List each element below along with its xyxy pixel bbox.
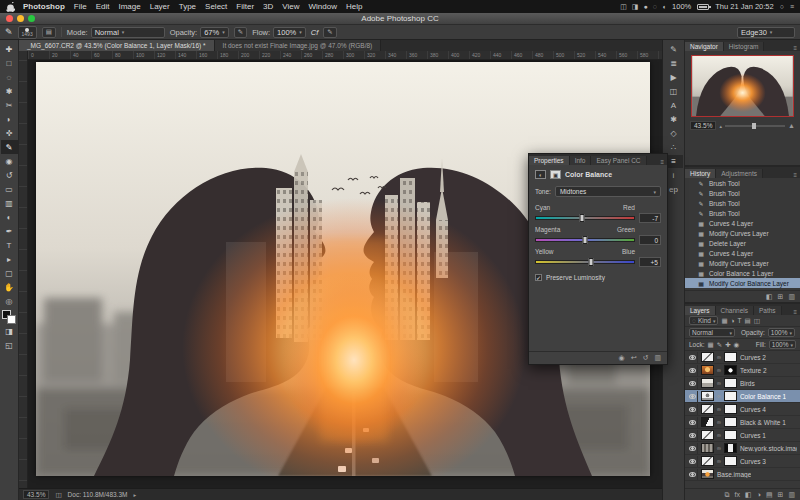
pressure-size-button[interactable]: ✎	[323, 27, 336, 38]
zoom-in-icon[interactable]: ▲	[788, 122, 795, 129]
menu-item-type[interactable]: Type	[179, 2, 196, 11]
color-swatches[interactable]	[2, 310, 16, 324]
layer-thumbnail[interactable]	[701, 456, 714, 466]
layer-thumbnail[interactable]	[701, 378, 714, 388]
layer-row[interactable]: ∞Black & White 1	[685, 416, 800, 429]
tab-info[interactable]: Info	[570, 156, 592, 165]
move-tool[interactable]: ✚	[1, 42, 18, 56]
dodge-tool[interactable]: ◐	[1, 210, 18, 224]
menu-item-help[interactable]: Help	[346, 2, 362, 11]
actions-icon[interactable]: ▶	[665, 71, 683, 84]
lock-icon[interactable]: ◉	[734, 341, 740, 349]
magic-wand-tool[interactable]: ✱	[1, 84, 18, 98]
layer-row[interactable]: ∞Curves 2	[685, 351, 800, 364]
history-footer-icon[interactable]: ◧	[766, 293, 773, 301]
path-select-tool[interactable]: ▸	[1, 252, 18, 266]
color-balance-slider[interactable]	[535, 216, 635, 220]
layers-footer-icon[interactable]: fx	[735, 491, 740, 498]
menubar-status-icon[interactable]: ◨	[632, 3, 639, 11]
layer-filter-icon[interactable]: T	[738, 317, 742, 325]
ruler-origin[interactable]	[19, 51, 28, 60]
crop-tool[interactable]: ✂	[1, 98, 18, 112]
history-item[interactable]: ✎Brush Tool	[685, 198, 800, 208]
menubar-status-icon[interactable]: ◌	[653, 3, 657, 11]
layer-thumbnail[interactable]	[701, 352, 714, 362]
opacity-input[interactable]: 67% ▾	[200, 27, 229, 38]
layer-mask-thumbnail[interactable]	[724, 430, 737, 440]
layers-footer-icon[interactable]: ▥	[788, 491, 795, 499]
history-item[interactable]: ▦Curves 4 Layer	[685, 218, 800, 228]
tab-adjustments[interactable]: Adjustments	[716, 169, 763, 178]
workspace-select[interactable]: Edge30 ▾	[737, 27, 795, 38]
properties-footer-icon[interactable]: ↺	[643, 354, 649, 362]
layer-row[interactable]: ∞Birds	[685, 377, 800, 390]
zoom-tool[interactable]: ◎	[1, 294, 18, 308]
layer-filter-icon[interactable]: ◫	[754, 317, 760, 325]
history-footer-icon[interactable]: ▥	[788, 293, 795, 301]
healing-brush-tool[interactable]: ✜	[1, 126, 18, 140]
type-tool[interactable]: T	[1, 238, 18, 252]
layer-row[interactable]: Base.image	[685, 468, 800, 481]
layer-thumbnail[interactable]	[701, 404, 714, 414]
layers-footer-icon[interactable]: ⧉	[725, 491, 730, 499]
screen-mode-button[interactable]: ◱	[1, 338, 18, 352]
layer-row[interactable]: ∞Color Balance 1	[685, 390, 800, 403]
layer-mask-thumbnail[interactable]	[724, 378, 737, 388]
layer-thumbnail[interactable]	[701, 469, 714, 479]
menu-item-window[interactable]: Window	[309, 2, 337, 11]
tab-channels[interactable]: Channels	[716, 306, 754, 315]
layer-thumbnail[interactable]	[701, 430, 714, 440]
properties-footer-icon[interactable]: ◉	[619, 354, 625, 362]
slider-value-input[interactable]: +5	[639, 257, 661, 267]
history-item[interactable]: ▦Delete Layer	[685, 238, 800, 248]
tab-navigator[interactable]: Navigator	[685, 42, 724, 51]
pressure-opacity-button[interactable]: ✎	[234, 27, 247, 38]
brush-tool[interactable]: ✎	[1, 140, 18, 154]
layer-opacity-input[interactable]: 100% ▾	[768, 328, 795, 337]
color-balance-slider[interactable]	[535, 238, 635, 242]
character-icon[interactable]: A	[665, 99, 683, 112]
marquee-tool[interactable]: □	[1, 56, 18, 70]
menu-item-file[interactable]: File	[74, 2, 87, 11]
layer-mask-thumbnail[interactable]	[724, 391, 737, 401]
menubar-status-icon[interactable]: ●	[643, 3, 647, 11]
menu-item-view[interactable]: View	[282, 2, 299, 11]
spotlight-search-icon[interactable]: ○	[780, 3, 784, 10]
tool-presets-icon[interactable]: ≣	[665, 57, 683, 70]
menu-item-photoshop[interactable]: Photoshop	[23, 2, 65, 11]
background-color-swatch[interactable]	[7, 315, 16, 324]
layer-thumbnail[interactable]	[701, 443, 714, 453]
blend-mode-select[interactable]: Normal ▾	[91, 27, 165, 38]
mask-properties-icon[interactable]: ◐	[535, 170, 546, 179]
menubar-status-icon[interactable]: ◖	[662, 3, 666, 11]
menu-item-edit[interactable]: Edit	[96, 2, 110, 11]
eyedropper-tool[interactable]: ◗	[1, 112, 18, 126]
preserve-luminosity-checkbox[interactable]: ✓	[535, 274, 542, 281]
properties-footer-icon[interactable]: ↩	[631, 354, 637, 362]
layer-thumbnail[interactable]	[701, 417, 714, 427]
history-item[interactable]: ▦Color Balance 1 Layer	[685, 268, 800, 278]
doc-tab[interactable]: _MG_6607.CR2 @ 43.5% (Color Balance 1, L…	[19, 40, 215, 51]
brush-presets-icon[interactable]: ✎	[665, 43, 683, 56]
apple-logo-icon[interactable]	[6, 2, 15, 11]
tab-histogram[interactable]: Histogram	[724, 42, 765, 51]
layer-row[interactable]: ∞Curves 3	[685, 455, 800, 468]
hand-tool[interactable]: ✋	[1, 280, 18, 294]
gradient-tool[interactable]: ▥	[1, 196, 18, 210]
history-item[interactable]: ▦Modify Curves Layer	[685, 228, 800, 238]
layer-mask-thumbnail[interactable]	[724, 443, 737, 453]
layer-filter-icon[interactable]: ▦	[721, 317, 727, 325]
eye-toggle[interactable]	[688, 365, 698, 376]
tone-select[interactable]: Midtones ▾	[555, 186, 661, 197]
layer-mask-thumbnail[interactable]	[724, 365, 737, 375]
zoom-out-icon[interactable]: ▴	[719, 123, 722, 129]
lock-icon[interactable]: ▦	[708, 341, 714, 349]
brush-preset-picker[interactable]: 1493	[18, 26, 37, 39]
tab-history[interactable]: History	[685, 169, 716, 178]
history-item[interactable]: ✎Brush Tool	[685, 188, 800, 198]
tab-paths[interactable]: Paths	[754, 306, 782, 315]
history-item[interactable]: ✎Brush Tool	[685, 208, 800, 218]
status-menu-arrow-icon[interactable]: ▸	[133, 492, 136, 498]
layer-mask-thumbnail[interactable]	[724, 417, 737, 427]
slider-thumb[interactable]	[580, 214, 585, 222]
